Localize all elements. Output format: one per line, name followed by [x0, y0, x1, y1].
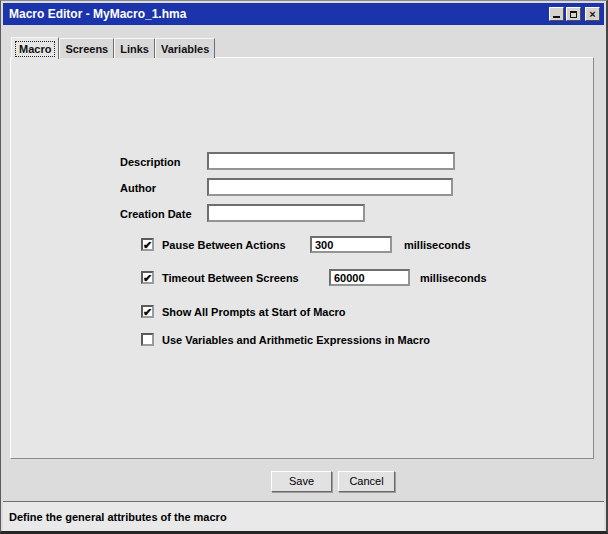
use-variables-label: Use Variables and Arithmetic Expressions…: [162, 334, 430, 346]
title-bar[interactable]: Macro Editor - MyMacro_1.hma ×: [3, 3, 604, 25]
show-all-prompts-label: Show All Prompts at Start of Macro: [162, 306, 346, 318]
status-bar: Define the general attributes of the mac…: [3, 502, 604, 532]
checkmark-icon: ✔: [143, 273, 152, 283]
macro-tab-panel: Description Author Creation Date ✔ Pause…: [10, 57, 594, 459]
timeout-unit-label: milliseconds: [420, 272, 487, 284]
minimize-icon: [553, 16, 560, 18]
use-variables-checkbox[interactable]: [141, 333, 154, 346]
minimize-button[interactable]: [549, 7, 564, 21]
tab-macro[interactable]: Macro: [11, 37, 59, 59]
window-controls: ×: [547, 7, 600, 21]
timeout-between-screens-label: Timeout Between Screens: [162, 272, 299, 284]
cancel-button[interactable]: Cancel: [338, 471, 395, 492]
author-label: Author: [120, 182, 156, 194]
pause-between-actions-label: Pause Between Actions: [162, 239, 286, 251]
maximize-icon: [570, 11, 577, 18]
description-input[interactable]: [207, 152, 455, 170]
show-all-prompts-checkbox[interactable]: ✔: [141, 305, 154, 318]
tab-variables[interactable]: Variables: [155, 38, 215, 58]
description-label: Description: [120, 156, 181, 168]
save-button[interactable]: Save: [271, 471, 332, 492]
timeout-milliseconds-input[interactable]: [329, 269, 410, 286]
tab-screens-label: Screens: [65, 43, 108, 55]
pause-between-actions-checkbox[interactable]: ✔: [141, 238, 154, 251]
maximize-button[interactable]: [566, 7, 581, 21]
timeout-between-screens-checkbox[interactable]: ✔: [141, 271, 154, 284]
tab-links-label: Links: [120, 43, 149, 55]
pause-milliseconds-input[interactable]: [310, 236, 392, 253]
status-text: Define the general attributes of the mac…: [3, 511, 227, 523]
author-input[interactable]: [207, 178, 453, 196]
checkmark-icon: ✔: [143, 240, 152, 250]
pause-unit-label: milliseconds: [404, 239, 471, 251]
creation-date-label: Creation Date: [120, 208, 192, 220]
tab-variables-label: Variables: [161, 43, 209, 55]
checkmark-icon: ✔: [143, 307, 152, 317]
window-title: Macro Editor - MyMacro_1.hma: [3, 7, 186, 21]
creation-date-input[interactable]: [207, 204, 365, 222]
tab-links[interactable]: Links: [114, 38, 155, 58]
macro-editor-window: Macro Editor - MyMacro_1.hma × Macro Scr…: [0, 0, 608, 534]
tab-bar: Macro Screens Links Variables: [11, 36, 215, 58]
close-button[interactable]: ×: [585, 7, 600, 21]
close-icon: ×: [589, 9, 595, 19]
tab-screens[interactable]: Screens: [59, 38, 114, 58]
tab-macro-label: Macro: [15, 41, 55, 57]
